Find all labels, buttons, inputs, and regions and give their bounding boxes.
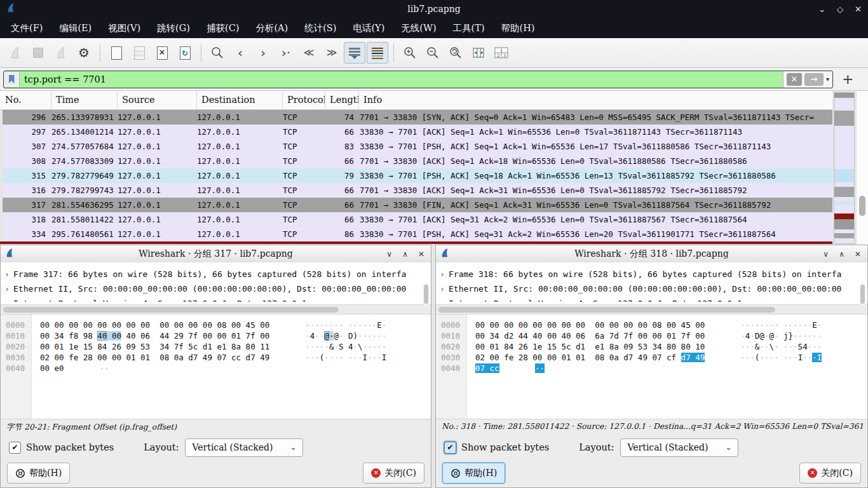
layout-select[interactable]: Vertical (Stacked) ⌄: [185, 438, 303, 457]
menu-help[interactable]: 帮助(H): [493, 18, 543, 38]
menu-statistics[interactable]: 统计(S): [296, 18, 344, 38]
expander-icon[interactable]: ›: [436, 281, 449, 296]
display-filter-input[interactable]: tcp.port == 7701 ✕ → ▾: [3, 71, 833, 88]
menu-view[interactable]: 视图(V): [100, 18, 149, 38]
filter-clear-button[interactable]: ✕: [787, 73, 802, 86]
tree-row[interactable]: ›Internet Protocol Version 4, Src: 127.0…: [436, 296, 867, 302]
close-button[interactable]: ✕: [855, 4, 862, 14]
hex-row-0000[interactable]: 000000 00 00 00 00 00 00 00 00 00 00 00 …: [1, 320, 431, 330]
ascii-bytes[interactable]: ···(···· ···I···I: [740, 353, 822, 362]
menu-analyze[interactable]: 分析(A): [247, 18, 296, 38]
scrollbar-thumb[interactable]: [438, 307, 775, 313]
ascii-bytes[interactable]: ·····&·S 4·\·····: [305, 342, 386, 351]
hex-row-0020[interactable]: 002000 01 84 26 1e 15 5c d1 e1 8a 09 53 …: [436, 341, 867, 352]
hex-bytes[interactable]: 00 34 f8 98 40 00 40 06 44 29 7f 00 00 0…: [40, 331, 269, 341]
scrollbar-thumb[interactable]: [424, 285, 428, 304]
tree-row[interactable]: ›Ethernet II, Src: 00:00:00_00:00:00 (00…: [1, 281, 431, 296]
close-file-button[interactable]: ✕: [151, 42, 173, 64]
close-button[interactable]: ✕ 关闭(C): [799, 463, 861, 484]
filter-apply-button[interactable]: →: [804, 73, 824, 86]
intelligent-scrollbar-minimap[interactable]: [834, 92, 855, 244]
tree-hscrollbar[interactable]: [436, 306, 867, 314]
hex-row-0040[interactable]: 004000 e0··: [1, 363, 431, 374]
tree-row[interactable]: ›Internet Protocol Version 4, Src: 127.0…: [1, 296, 431, 302]
minimize-button[interactable]: ⌄: [818, 4, 825, 14]
hex-bytes[interactable]: 00 01 1e 15 84 26 09 53 34 7f 5c d1 e1 8…: [40, 342, 269, 351]
colorize-button[interactable]: [367, 42, 388, 64]
go-to-packet-button[interactable]: ›·: [275, 42, 297, 64]
column-header-protocol[interactable]: Protocol: [283, 91, 325, 109]
layout-columns-button[interactable]: 123: [491, 42, 512, 64]
scrollbar-thumb[interactable]: [860, 285, 865, 304]
hex-bytes[interactable]: 00 00 00 00 00 00 00 00 00 00 00 00 08 0…: [40, 320, 269, 330]
menu-capture[interactable]: 捕获(C): [198, 18, 247, 38]
column-header-info[interactable]: Info: [359, 91, 832, 109]
show-packet-bytes-checkbox[interactable]: ✔: [9, 442, 21, 454]
dialog-titlebar[interactable]: Wireshark · 分组 318 · lib7.pcapng ∨∧✕: [436, 245, 867, 263]
ascii-bytes[interactable]: ········ ······E·: [305, 320, 386, 330]
maximize-button[interactable]: ◇: [837, 4, 843, 14]
hex-bytes[interactable]: 00 e0: [40, 363, 64, 373]
dialog-titlebar[interactable]: Wireshark · 分组 317 · lib7.pcapng ∨∧✕: [1, 245, 431, 263]
expander-icon[interactable]: ›: [436, 267, 449, 281]
resize-columns-button[interactable]: [468, 42, 489, 64]
filter-expression[interactable]: tcp.port == 7701: [20, 74, 783, 85]
ascii-bytes[interactable]: ·4··@·@· D)······: [305, 331, 386, 341]
menu-file[interactable]: 文件(F): [3, 18, 51, 38]
packet-row-318[interactable]: 318281.558011422127.0.0.1127.0.0.1TCP663…: [3, 212, 832, 227]
ascii-bytes[interactable]: ········ ······E·: [740, 320, 822, 330]
go-first-button[interactable]: ≪: [298, 42, 320, 64]
ascii-bytes[interactable]: ·4·D@·@· j}······: [740, 331, 822, 341]
hex-bytes[interactable]: 02 00 fe 28 00 00 01 01 08 0a d7 49 07 c…: [475, 353, 705, 362]
unshade-button[interactable]: ∧: [402, 250, 408, 259]
hex-row-0040[interactable]: 004007 cc··: [436, 363, 867, 374]
capture-options-button[interactable]: ⚙: [73, 42, 95, 64]
menu-edit[interactable]: 编辑(E): [51, 18, 100, 38]
tree-row[interactable]: ›Frame 318: 66 bytes on wire (528 bits),…: [436, 267, 867, 281]
expander-icon[interactable]: ›: [1, 281, 13, 296]
packet-list-scrollbar[interactable]: [856, 91, 868, 245]
show-packet-bytes-checkbox[interactable]: ✔: [444, 442, 456, 454]
menu-telephony[interactable]: 电话(Y): [344, 18, 393, 38]
auto-scroll-button[interactable]: [344, 42, 365, 64]
layout-select[interactable]: Vertical (Stacked) ⌄: [620, 438, 738, 457]
go-back-button[interactable]: ‹: [229, 42, 251, 64]
scrollbar-thumb[interactable]: [3, 307, 339, 313]
shade-button[interactable]: ∨: [386, 250, 392, 259]
help-button[interactable]: 帮助(H): [442, 463, 505, 484]
menu-wireless[interactable]: 无线(W): [393, 18, 444, 38]
hex-row-0010[interactable]: 001000 34 d2 44 40 00 40 06 6a 7d 7f 00 …: [436, 330, 867, 341]
column-header-no[interactable]: No.: [0, 91, 51, 109]
close-button[interactable]: ✕ 关闭(C): [363, 463, 424, 484]
zoom-in-button[interactable]: [399, 42, 421, 64]
packet-row-317[interactable]: 317281.554636295127.0.0.1127.0.0.1TCP667…: [3, 198, 832, 212]
tree-row[interactable]: ›Frame 317: 66 bytes on wire (528 bits),…: [1, 267, 431, 281]
column-header-time[interactable]: Time: [51, 91, 118, 109]
packet-row-316[interactable]: 316279.782799743127.0.0.1127.0.0.1TCP667…: [3, 183, 832, 198]
ascii-bytes[interactable]: ··: [100, 363, 109, 373]
packet-row-296[interactable]: 296265.133978931127.0.0.1127.0.0.1TCP747…: [3, 110, 832, 125]
filter-dropdown-icon[interactable]: ▾: [826, 76, 829, 83]
tree-row[interactable]: ›Ethernet II, Src: 00:00:00_00:00:00 (00…: [436, 281, 867, 296]
packet-row-307[interactable]: 307274.577057684127.0.0.1127.0.0.1TCP833…: [3, 139, 832, 154]
ascii-bytes[interactable]: ··: [535, 363, 545, 373]
expander-icon[interactable]: ›: [1, 267, 13, 281]
hex-row-0020[interactable]: 002000 01 1e 15 84 26 09 53 34 7f 5c d1 …: [1, 341, 431, 352]
shade-button[interactable]: ∨: [823, 250, 829, 259]
hex-row-0030[interactable]: 003002 00 fe 28 00 00 01 01 08 0a d7 49 …: [1, 352, 431, 363]
ascii-bytes[interactable]: ···(···· ···I···I: [305, 353, 386, 362]
hex-row-0010[interactable]: 001000 34 f8 98 40 00 40 06 44 29 7f 00 …: [1, 330, 431, 341]
close-button[interactable]: ✕: [855, 250, 861, 259]
expander-icon[interactable]: ›: [436, 296, 449, 302]
go-last-button[interactable]: ≫: [321, 42, 342, 64]
hex-row-0000[interactable]: 000000 00 00 00 00 00 00 00 00 00 00 00 …: [436, 320, 867, 330]
reload-file-button[interactable]: ↻: [174, 42, 196, 64]
hex-bytes[interactable]: 00 34 d2 44 40 00 40 06 6a 7d 7f 00 00 0…: [475, 331, 705, 341]
find-packet-button[interactable]: [207, 42, 228, 64]
scrollbar-thumb[interactable]: [859, 196, 865, 216]
zoom-out-button[interactable]: [422, 42, 444, 64]
hex-bytes[interactable]: 00 00 00 00 00 00 00 00 00 00 00 00 08 0…: [475, 320, 705, 330]
expander-icon[interactable]: ›: [1, 296, 13, 302]
tree-hscrollbar[interactable]: [1, 306, 431, 314]
help-button[interactable]: 帮助(H): [7, 463, 70, 484]
